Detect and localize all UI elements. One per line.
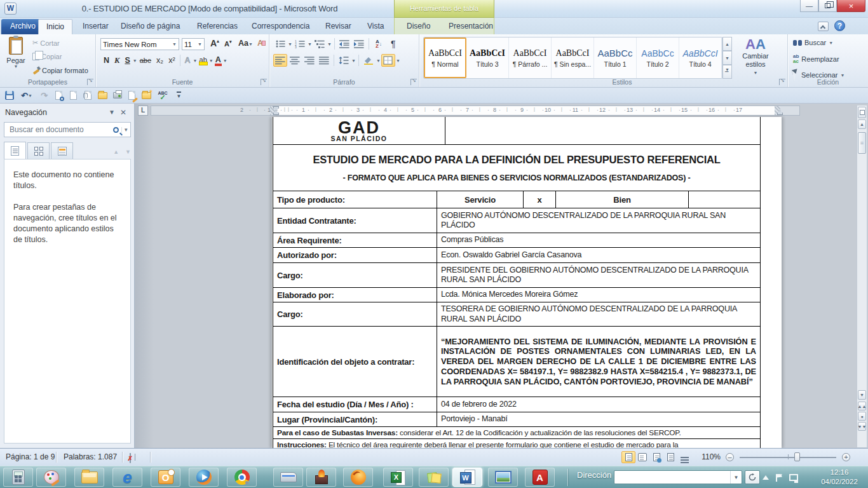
grow-font-button[interactable]: A▴: [208, 37, 222, 49]
taskbar-internet-explorer[interactable]: e: [112, 468, 142, 487]
font-color-button[interactable]: A: [214, 55, 223, 66]
navigation-pane-menu-button[interactable]: ▼: [106, 107, 118, 118]
format-painter-button[interactable]: Copiar formato: [31, 66, 90, 75]
print-layout-view-button[interactable]: [621, 451, 635, 463]
shading-dropdown[interactable]: ▼: [376, 58, 381, 63]
font-size-select[interactable]: 11▼: [182, 38, 205, 50]
copy-button[interactable]: Copiar: [31, 52, 64, 61]
navigation-pane-close-button[interactable]: ✕: [118, 107, 129, 118]
superscript-button[interactable]: x²: [166, 55, 177, 65]
italic-button[interactable]: K: [112, 55, 122, 66]
taskbar-red-a-app[interactable]: A: [525, 468, 555, 487]
numbering-icon[interactable]: 123: [293, 37, 307, 50]
tab-revisar[interactable]: Revisar: [318, 19, 359, 34]
font-family-select[interactable]: Times New Rom▼: [100, 38, 179, 50]
search-options-dropdown[interactable]: ▼: [121, 127, 131, 133]
text-effects-button[interactable]: A: [182, 55, 193, 65]
taskbar-media-player[interactable]: [189, 468, 219, 487]
find-button[interactable]: Buscar▼: [793, 39, 833, 46]
tab-stop-selector[interactable]: L: [138, 105, 148, 116]
horizontal-ruler[interactable]: ·|·1·|·2·|·3·|·4·|·5·|·6·|·7·|·8·|·9·|·1…: [151, 105, 800, 116]
style-parrafo[interactable]: AaBbCcI¶ Párrafo ...: [509, 37, 552, 78]
style-titulo-2[interactable]: AaBbCcTítulo 2: [637, 37, 679, 78]
taskbar-chrome[interactable]: [227, 468, 257, 487]
strikethrough-button[interactable]: abe: [137, 56, 154, 65]
proofing-status-button[interactable]: [130, 454, 131, 463]
bold-button[interactable]: N: [101, 55, 112, 65]
change-case-button[interactable]: Aa▼: [236, 38, 255, 48]
scrollbar-thumb[interactable]: [858, 132, 866, 154]
decrease-indent-icon[interactable]: [337, 37, 351, 50]
text-effects-dropdown[interactable]: ▼: [193, 58, 198, 63]
dialog-launcher-parrafo[interactable]: [410, 79, 417, 85]
scroll-down-button[interactable]: ▼: [858, 390, 866, 400]
increase-indent-icon[interactable]: [352, 37, 366, 50]
sort-icon[interactable]: AZ↓: [372, 37, 386, 50]
line-spacing-icon[interactable]: [337, 54, 351, 67]
tab-inicio[interactable]: Inicio: [38, 19, 72, 34]
tab-correspondencia[interactable]: Correspondencia: [244, 19, 317, 34]
search-icon[interactable]: [113, 127, 119, 133]
tab-diseno-pagina[interactable]: Diseño de página: [113, 19, 187, 34]
taskbar-clock[interactable]: 12:16 04/02/2022: [815, 468, 864, 487]
redo-button[interactable]: ↷: [39, 90, 50, 101]
align-center-icon[interactable]: [288, 54, 302, 67]
taskbar-word-active[interactable]: [452, 468, 482, 487]
quick-print-button[interactable]: [112, 90, 123, 101]
taskbar-paint[interactable]: [36, 468, 66, 487]
align-left-icon[interactable]: [273, 54, 287, 67]
style-titulo-4[interactable]: AaBbCcITítulo 4: [679, 37, 722, 78]
tab-insertar[interactable]: Insertar: [75, 19, 116, 34]
ruler-toggle-button[interactable]: [858, 107, 866, 118]
cut-button[interactable]: ✂Cortar: [31, 38, 62, 48]
subscript-button[interactable]: x₂: [154, 55, 166, 65]
tab-diseno-tabla[interactable]: Diseño: [399, 19, 438, 34]
tab-vista[interactable]: Vista: [360, 19, 391, 34]
dialog-launcher-portapapeles[interactable]: [87, 79, 93, 85]
action-center-flag-icon[interactable]: [776, 474, 782, 482]
taskbar-file-explorer[interactable]: [74, 468, 104, 487]
search-input[interactable]: [4, 125, 113, 134]
font-color-dropdown[interactable]: ▼: [223, 58, 227, 63]
previous-result-button[interactable]: ▲: [113, 149, 119, 155]
select-browse-object-button[interactable]: ●: [858, 412, 866, 421]
scroll-up-button[interactable]: ▲: [858, 119, 866, 129]
edit-document-button[interactable]: [126, 90, 137, 101]
justify-icon[interactable]: [317, 54, 331, 67]
underline-dropdown[interactable]: ▼: [133, 58, 137, 63]
document-page[interactable]: GAD SAN PLÁCIDO ESTUDIO DE MERCADO PARA …: [272, 117, 782, 448]
taskbar-outlook[interactable]: O: [151, 468, 180, 487]
restore-button[interactable]: [818, 0, 837, 12]
zoom-in-button[interactable]: +: [842, 453, 850, 461]
help-button[interactable]: ?: [834, 20, 845, 31]
paste-button[interactable]: Pegar ▼: [3, 37, 29, 84]
tab-referencias[interactable]: Referencias: [189, 19, 245, 34]
address-dropdown[interactable]: ▼: [730, 471, 742, 484]
taskbar-scanner[interactable]: [273, 468, 303, 487]
draft-view-button[interactable]: [677, 451, 691, 463]
email-button[interactable]: [83, 90, 93, 101]
taskbar-firefox[interactable]: [343, 468, 373, 487]
next-result-button[interactable]: ▼: [125, 149, 131, 155]
minimize-button[interactable]: —: [800, 0, 818, 12]
favorites-folder-button[interactable]: ✶: [141, 90, 152, 101]
taskbar-photo-viewer[interactable]: [488, 468, 518, 487]
word-count-indicator[interactable]: Palabras: 1.087: [64, 452, 117, 461]
previous-page-button[interactable]: ▲▲: [858, 402, 866, 410]
address-go-button[interactable]: [745, 470, 760, 484]
dialog-launcher-estilos[interactable]: [779, 79, 785, 85]
browse-results-tab[interactable]: [51, 142, 73, 159]
print-preview-button[interactable]: [53, 90, 64, 101]
highlight-dropdown[interactable]: ▼: [209, 58, 214, 63]
zoom-thumb[interactable]: [794, 452, 800, 461]
close-button[interactable]: ×: [837, 0, 865, 12]
zoom-out-button[interactable]: –: [726, 453, 734, 461]
pilcrow-icon[interactable]: ¶: [386, 37, 400, 50]
tab-presentacion[interactable]: Presentación: [441, 19, 501, 34]
borders-dropdown[interactable]: ▼: [396, 58, 400, 63]
underline-button[interactable]: S: [122, 55, 132, 65]
network-icon[interactable]: [789, 474, 798, 481]
web-layout-view-button[interactable]: [649, 451, 663, 463]
save-button[interactable]: [4, 90, 15, 101]
style-titulo-1[interactable]: AaBbCcTítulo 1: [594, 37, 637, 78]
